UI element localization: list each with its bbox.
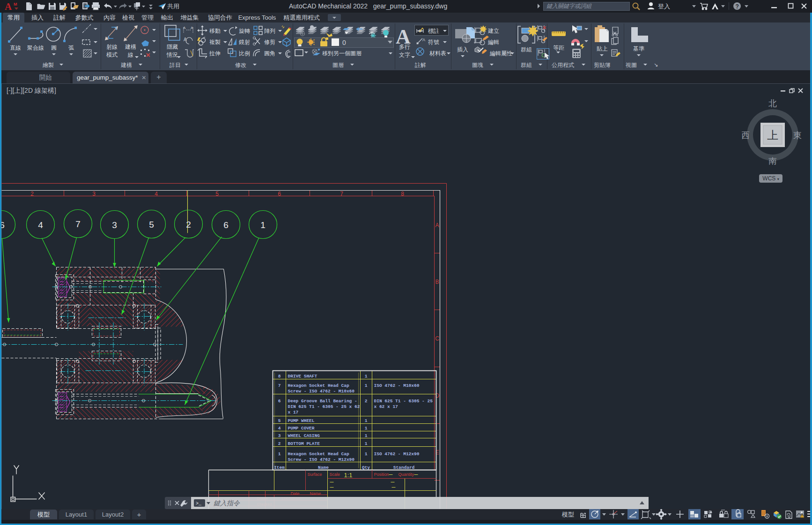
svg-text:西: 西 [742,131,750,140]
svg-text:PUMP COVER: PUMP COVER [288,426,315,431]
svg-text:上: 上 [767,129,778,141]
svg-text:PUMP WHEEL: PUMP WHEEL [288,418,315,423]
svg-text:1: 1 [365,383,368,388]
svg-text:BOTTOM PLATE: BOTTOM PLATE [288,441,320,446]
svg-text:Screw - ISO 4762 - M12x90: Screw - ISO 4762 - M12x90 [288,457,355,462]
svg-text:WHEEL CASING: WHEEL CASING [288,433,320,438]
svg-text:0: 0 [342,39,346,46]
svg-text:A: A [5,1,12,12]
svg-text:ISO 4762 - M12x90: ISO 4762 - M12x90 [374,451,420,457]
svg-text:Surface: Surface [308,472,322,477]
svg-text:2: 2 [30,191,34,197]
svg-text:>_: >_ [196,501,202,506]
svg-text:3: 3 [92,191,96,197]
svg-text:2: 2 [365,399,368,404]
svg-text:1: 1 [365,418,368,423]
svg-text:2: 2 [186,220,191,229]
svg-text:Name: Name [318,465,329,470]
svg-text:5: 5 [215,191,219,197]
svg-text:B: B [435,279,439,285]
svg-text:1: 1 [365,426,368,431]
svg-text:鍵入指令: 鍵入指令 [214,499,240,507]
svg-text:Item: Item [274,465,285,470]
svg-text:6: 6 [223,220,229,230]
svg-text:1: 1 [365,433,368,438]
svg-text:Screw - ISO 4762 - M10x60: Screw - ISO 4762 - M10x60 [288,389,355,394]
svg-text:C: C [435,335,439,342]
svg-text:7: 7 [75,219,81,229]
svg-text:DIN 625 T1 - 6305 - 25 x 62: DIN 625 T1 - 6305 - 25 x 62 [288,404,360,409]
svg-text:6: 6 [278,191,281,197]
svg-text:7: 7 [340,191,343,197]
svg-text:6: 6 [278,399,281,404]
svg-text:8: 8 [401,191,404,197]
svg-text:6: 6 [1,220,5,230]
svg-text:1: 1 [365,441,368,446]
svg-text:5: 5 [149,220,154,229]
svg-text:Hexagon Socket Head Cap: Hexagon Socket Head Cap [288,383,349,388]
svg-text:Quantity: Quantity [399,472,414,477]
svg-text:DRIVE SHAFT: DRIVE SHAFT [288,374,317,379]
svg-text:A: A [435,222,439,229]
svg-text:1: 1 [260,220,266,230]
svg-text:7: 7 [278,383,281,388]
svg-text:8: 8 [278,374,281,379]
svg-text:Hexagon Socket Head Cap: Hexagon Socket Head Cap [288,451,349,457]
svg-text:1:1: 1:1 [344,472,353,479]
svg-text:Qty: Qty [362,465,370,470]
svg-text:1: 1 [365,374,368,379]
svg-text:Standard: Standard [393,465,415,470]
svg-text:DIN 625 T1 - 6305 - 25: DIN 625 T1 - 6305 - 25 [374,399,433,404]
svg-text:Position: Position [374,472,389,477]
svg-text:Name: Name [310,491,321,496]
svg-text:Scale: Scale [330,472,340,477]
svg-text:1: 1 [365,451,368,457]
svg-text:3: 3 [112,220,117,230]
svg-text:x 17: x 17 [288,410,299,415]
svg-text:南: 南 [768,156,777,166]
svg-text:A: A [191,26,193,30]
svg-text:5: 5 [278,418,281,423]
svg-text:A: A [183,26,186,30]
svg-text:?: ? [736,3,739,10]
svg-text:M: M [14,2,17,7]
svg-text:4: 4 [38,220,43,230]
svg-text:D: D [435,392,439,399]
svg-text:Deep Groove Ball Bearing -: Deep Groove Ball Bearing - [288,399,357,404]
svg-text:ISO 4762 - M10x60: ISO 4762 - M10x60 [374,383,420,388]
svg-text:北: 北 [768,99,777,108]
svg-text:4: 4 [155,191,158,197]
svg-text:Date: Date [291,491,300,496]
svg-text:4: 4 [278,426,281,431]
svg-text:東: 東 [793,131,802,140]
svg-text:1: 1 [278,451,281,457]
svg-text:x 62 x 17: x 62 x 17 [374,404,399,409]
svg-text:3: 3 [278,433,281,438]
svg-text:2: 2 [278,441,281,446]
